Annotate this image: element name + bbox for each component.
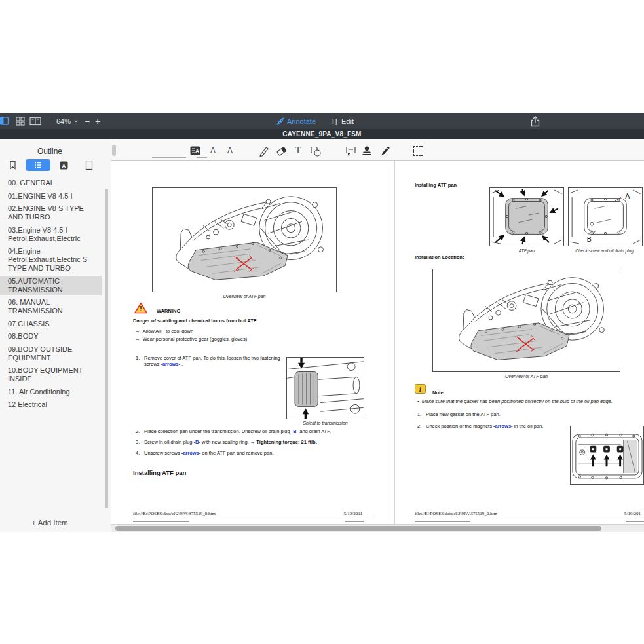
dashed-selection-box xyxy=(413,146,423,156)
outline-item[interactable]: 00. GENERAL xyxy=(0,178,102,189)
outline-item-selected[interactable]: 05.AUTOMATIC TRANSMISSION xyxy=(0,276,102,295)
main-toolbar: 64% ⌄ − + Annotate T| Edit xyxy=(0,113,644,129)
zoom-out-button[interactable]: − xyxy=(85,113,90,129)
edit-button[interactable]: Edit xyxy=(341,113,354,129)
figure-magnets xyxy=(570,426,644,485)
outline-item[interactable]: 02.ENGINE V8 S TYPE AND TURBO xyxy=(0,203,102,223)
edit-text-icon[interactable]: T| xyxy=(331,113,337,129)
outline-item[interactable]: 12 Electrical xyxy=(0,399,102,410)
page-remnant xyxy=(152,157,186,158)
tab-pages[interactable] xyxy=(77,159,102,171)
sidebar-toggle-icon[interactable] xyxy=(0,117,9,126)
stamp-icon[interactable] xyxy=(360,144,373,157)
zoom-in-button[interactable]: + xyxy=(95,113,100,129)
procedure-step: 2. Check position of the magnets -arrows… xyxy=(417,423,543,429)
figure-caption: Check screw and oil drain plug xyxy=(563,248,644,253)
page-remnant xyxy=(197,157,207,158)
transmission-diagram xyxy=(153,188,336,292)
check-screw-diagram: A B xyxy=(569,188,642,246)
note-bullet: • Make sure that the gasket has been pos… xyxy=(417,398,613,404)
underline-icon[interactable]: A xyxy=(206,144,219,157)
annotate-pen-icon[interactable] xyxy=(276,117,285,126)
eraser-icon[interactable] xyxy=(275,144,288,157)
outline-item[interactable]: 11. Air Conditioning xyxy=(0,387,102,398)
shapes-icon[interactable] xyxy=(309,144,322,157)
figure-caption: Overview of ATF pan xyxy=(432,374,620,379)
magnet-pan-diagram xyxy=(571,426,643,484)
svg-text:!: ! xyxy=(140,305,142,313)
note-icon: i xyxy=(415,384,426,394)
document-title: CAYENNE_9PA_V8_FSM xyxy=(282,130,361,138)
strikethrough-icon[interactable]: A xyxy=(223,144,237,157)
figure-caption: Overview of ATF pan xyxy=(152,294,337,299)
outline-item[interactable]: 06. MANUAL TRANSMISSION xyxy=(0,297,102,316)
page-icon xyxy=(85,161,93,170)
sidebar: Outline A 00. GENERAL 01.ENGINE V8 4.5 I… xyxy=(0,139,111,532)
page-gap-line xyxy=(392,161,392,524)
figure-atf-pan xyxy=(489,187,564,246)
sidebar-scrollbar[interactable] xyxy=(105,189,108,508)
outline-item[interactable]: 04.Engine-Petrol,Exhaust,Electric S TYPE… xyxy=(0,246,102,274)
annotations-icon: A xyxy=(60,161,68,170)
svg-text:i: i xyxy=(419,386,421,393)
atf-pan-diagram xyxy=(490,188,563,246)
transmission-diagram xyxy=(433,269,620,371)
bookmark-icon xyxy=(9,161,17,170)
warning-bullet: → Wear personal protective gear (goggles… xyxy=(135,336,247,342)
tab-outline[interactable] xyxy=(26,159,50,171)
annotate-button[interactable]: Annotate xyxy=(287,113,316,129)
procedure-step: 3. Screw in oil drain plug -B- with new … xyxy=(136,439,317,445)
arrow-glyph: → xyxy=(135,336,140,342)
footer-date: 5/19/2011 xyxy=(316,511,362,516)
content-scrollbar[interactable] xyxy=(112,145,116,156)
share-icon[interactable] xyxy=(531,116,540,127)
outline-item[interactable]: 08.BODY xyxy=(0,331,102,342)
outline-list-icon xyxy=(33,161,43,170)
next-page-remnant xyxy=(133,521,189,522)
outline-item[interactable]: 07.CHASSIS xyxy=(0,318,102,330)
outline-item[interactable]: 01.ENGINE V8 4.5 I xyxy=(0,191,102,202)
svg-text:A: A xyxy=(62,162,66,168)
horizontal-scrollbar-track[interactable] xyxy=(111,524,644,532)
figure-caption: Shield to transmission xyxy=(286,421,364,425)
horizontal-scrollbar-thumb[interactable] xyxy=(115,526,601,531)
footer-rule xyxy=(133,518,374,518)
highlight-icon[interactable]: A xyxy=(189,144,202,157)
add-item-button[interactable]: + Add Item xyxy=(0,519,100,527)
label-b: B xyxy=(587,235,592,243)
figure-check-screw: A B xyxy=(568,187,643,246)
zoom-chevron-icon[interactable]: ⌄ xyxy=(73,112,79,128)
footer-path: file://E:\POSES\data\rl\2\9PA\375519_0.h… xyxy=(415,511,497,516)
tab-annotations[interactable]: A xyxy=(51,159,76,171)
warning-label: WARNING xyxy=(157,308,180,314)
two-page-view-icon[interactable] xyxy=(29,117,41,126)
figure-overview-atf-pan xyxy=(152,187,337,292)
procedure-step: 2. Place collection pan under the transm… xyxy=(136,428,331,434)
select-icon[interactable] xyxy=(411,144,425,157)
thumbnail-grid-icon[interactable] xyxy=(15,117,25,126)
next-page-remnant xyxy=(626,521,644,522)
footer-path: file://E:\POSES\data\rl\2\9PA\375519_0.h… xyxy=(133,511,216,516)
tab-bookmarks[interactable] xyxy=(0,159,25,171)
screen: 64% ⌄ − + Annotate T| Edit CAYENNE_9PA_V… xyxy=(0,0,644,644)
footer-date: 5/19/201 xyxy=(624,511,641,516)
figure-caption: ATF pan xyxy=(489,248,564,253)
label-a: A xyxy=(625,192,630,200)
pencil-icon[interactable] xyxy=(257,144,271,157)
signature-pen-icon[interactable] xyxy=(378,144,391,157)
document-title-bar: CAYENNE_9PA_V8_FSM xyxy=(0,129,644,139)
sidebar-header: Outline xyxy=(0,147,100,156)
comment-icon[interactable] xyxy=(344,144,357,157)
figure-shield xyxy=(286,357,364,419)
text-tool-icon[interactable]: T xyxy=(292,144,305,157)
outline-item[interactable]: 09.BODY OUTSIDE EQUIPMENT xyxy=(0,344,102,364)
outline-item[interactable]: 03.Engine V8 4.5 I-Petrol,Exhaust,Electr… xyxy=(0,225,102,244)
procedure-step: 1. Remove cover of ATF pan. To do this, … xyxy=(136,355,285,367)
outline-item[interactable]: 10.BODY-EQUIPMENT INSIDE xyxy=(0,365,102,385)
page-gap-line xyxy=(394,161,395,524)
figure-overview-atf-pan-right xyxy=(432,269,620,372)
zoom-level[interactable]: 64% xyxy=(56,113,71,129)
plus-icon: + xyxy=(31,519,36,527)
bullet-glyph: • xyxy=(417,398,419,404)
shield-diagram xyxy=(287,358,364,419)
